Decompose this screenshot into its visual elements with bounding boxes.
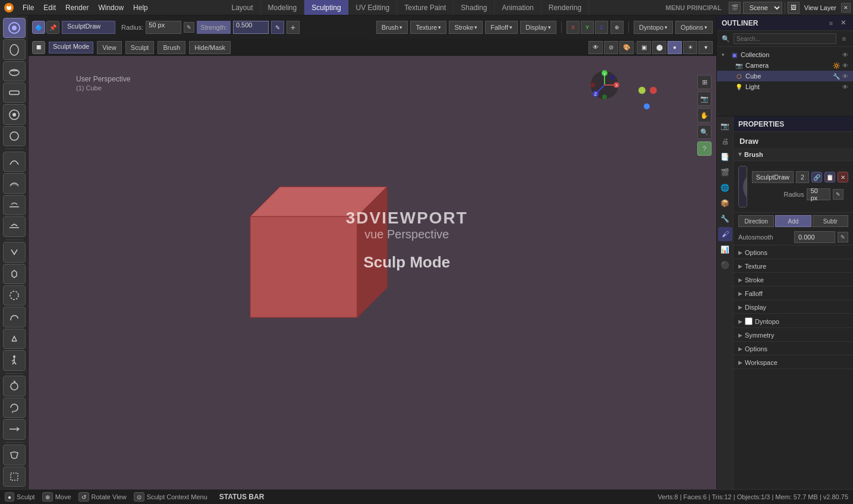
zoom-btn[interactable]: 🔍 (697, 125, 712, 139)
renderlayer-icon[interactable]: 🖼 (788, 2, 800, 14)
cube-vis-icon[interactable]: 👁 (842, 73, 848, 80)
radius-prop-edit[interactable]: ✎ (833, 189, 843, 200)
radius-prop-value[interactable]: 50 px (807, 188, 830, 200)
grab-btn[interactable] (3, 264, 26, 284)
overlay-btn[interactable]: 👁 (588, 41, 603, 54)
brush-btn[interactable]: Brush (158, 41, 185, 54)
flatten-btn[interactable] (3, 195, 26, 215)
display-dropdown[interactable]: Display (520, 21, 556, 34)
blender-logo[interactable] (0, 0, 18, 15)
active-props-icon[interactable]: 🖌 (718, 227, 732, 241)
solid-shading-btn[interactable]: ⬤ (652, 41, 666, 54)
shading-options-btn[interactable]: ▾ (698, 41, 713, 54)
nudge-btn[interactable] (3, 376, 26, 396)
outliner-filter-icon[interactable]: ≡ (826, 18, 836, 29)
clay-btn[interactable] (3, 61, 26, 81)
pin-icon[interactable]: 📌 (46, 21, 59, 34)
draw-tool-btn[interactable] (3, 18, 26, 38)
help-menu[interactable]: Help (128, 0, 153, 15)
outliner-camera-item[interactable]: 📷 Camera 🔆 👁 (717, 60, 853, 71)
view-btn[interactable]: View (97, 41, 122, 54)
y-axis-btn[interactable]: Y (581, 21, 594, 34)
sculpt-overlays-btn[interactable]: 🎨 (619, 41, 634, 54)
pose-btn[interactable] (3, 350, 26, 370)
stroke-section-header[interactable]: ▶ Stroke (734, 274, 853, 286)
grid-view-btn[interactable]: ⊞ (697, 75, 712, 89)
falloff-dropdown[interactable]: Falloff (485, 21, 518, 34)
scene-selector[interactable]: Scene (743, 2, 782, 14)
options-section-header[interactable]: ▶ Options (734, 247, 853, 259)
strength-edit-btn[interactable]: ✎ (271, 21, 284, 34)
snake-hook-btn[interactable] (3, 307, 26, 327)
sculpt-btn[interactable]: Sculpt (125, 41, 155, 54)
outliner-light-item[interactable]: 💡 Light 👁 (717, 81, 853, 92)
radius-edit-btn[interactable]: ✎ (184, 22, 194, 33)
tab-modeling[interactable]: Modeling (261, 0, 305, 15)
z-axis-btn[interactable]: Z (595, 21, 608, 34)
cam-render-icon[interactable]: 👁 (842, 62, 848, 69)
workspace-section-header[interactable]: ▶ Workspace (734, 357, 853, 368)
x-axis-btn[interactable]: X (566, 21, 580, 34)
tab-layout[interactable]: Layout (224, 0, 260, 15)
modifier-props-icon[interactable]: 🔧 (718, 212, 732, 226)
pinch-btn[interactable] (3, 242, 26, 262)
output-props-icon[interactable]: 🖨 (718, 134, 732, 149)
window-menu[interactable]: Window (93, 0, 128, 15)
tab-sculpting[interactable]: Sculpting (304, 0, 348, 15)
outliner-search-icon[interactable]: 🔍 (719, 32, 732, 45)
brush-copy-btn[interactable]: 📋 (824, 172, 835, 182)
thumb-btn[interactable] (3, 329, 26, 349)
outliner-filter-btn[interactable]: ≡ (838, 32, 851, 45)
texture-section-header[interactable]: ▶ Texture (734, 260, 853, 272)
material-shading-btn[interactable]: ● (668, 41, 682, 54)
viewport-icon[interactable]: 🔷 (32, 21, 45, 34)
slide-relax-btn[interactable] (3, 419, 26, 439)
radius-field[interactable]: 50 px (146, 21, 181, 34)
dyntopo-dropdown[interactable]: Dyntopo (634, 21, 673, 34)
rotate-btn[interactable] (3, 398, 26, 418)
brush-delete-btn[interactable]: ✕ (838, 172, 848, 182)
rendered-shading-btn[interactable]: ☀ (683, 41, 697, 54)
data-props-icon[interactable]: 📊 (718, 242, 732, 257)
elastic-grab-btn[interactable] (3, 285, 26, 305)
mask-btn[interactable] (3, 445, 26, 465)
outliner-close-icon[interactable]: ✕ (838, 18, 848, 29)
wireframe-shading-btn[interactable]: ▣ (637, 41, 651, 54)
cam-vis-icon[interactable]: 🔆 (833, 62, 840, 69)
display-section-header[interactable]: ▶ Display (734, 301, 853, 313)
subtract-tab[interactable]: Subtr (813, 215, 848, 227)
mirror-btn[interactable]: ⊕ (610, 21, 624, 34)
world-props-icon[interactable]: 🌐 (718, 181, 732, 195)
viewlayer-props-icon[interactable]: 📑 (718, 150, 732, 164)
brush-dropdown[interactable]: Brush (376, 21, 408, 34)
strength-field[interactable]: 0.500 (233, 21, 269, 34)
texture-dropdown[interactable]: Texture (410, 21, 446, 34)
smooth-btn[interactable] (3, 173, 26, 193)
scene-props-icon[interactable]: 🎬 (718, 165, 732, 179)
autosmooth-value[interactable]: 0.000 (794, 231, 835, 243)
tab-shading[interactable]: Shading (454, 0, 495, 15)
draw-sharp-btn[interactable] (3, 39, 26, 59)
stroke-dropdown[interactable]: Stroke (449, 21, 483, 34)
blob-btn[interactable] (3, 126, 26, 146)
crease-btn[interactable] (3, 152, 26, 172)
viewport-type-icon[interactable]: 🔲 (32, 41, 45, 54)
tab-rendering[interactable]: Rendering (542, 0, 589, 15)
brush-section-header[interactable]: ▾ Brush (734, 148, 853, 161)
scene-icon[interactable]: 🎬 (729, 2, 741, 14)
dyntopo-section-header[interactable]: ▶ Dyntopo (734, 315, 853, 327)
brush-link-btn[interactable]: 🔗 (811, 172, 822, 182)
brush-name-field[interactable]: SculptDraw (752, 171, 794, 183)
tab-texture-paint[interactable]: Texture Paint (397, 0, 454, 15)
light-vis-icon[interactable]: 👁 (842, 84, 848, 90)
inflate-btn[interactable] (3, 104, 26, 124)
tab-uv-editing[interactable]: UV Editing (349, 0, 398, 15)
vis-eye[interactable]: 👁 (842, 52, 848, 58)
box-mask-btn[interactable] (3, 467, 26, 487)
edit-menu[interactable]: Edit (39, 0, 61, 15)
axis-gizmo[interactable]: Y X Z (588, 69, 621, 102)
outliner-cube-item[interactable]: ⬡ Cube 🔧 👁 (717, 71, 853, 81)
help-btn[interactable]: ? (697, 141, 712, 156)
clay-strips-btn[interactable] (3, 83, 26, 103)
options2-section-header[interactable]: ▶ Options (734, 343, 853, 355)
